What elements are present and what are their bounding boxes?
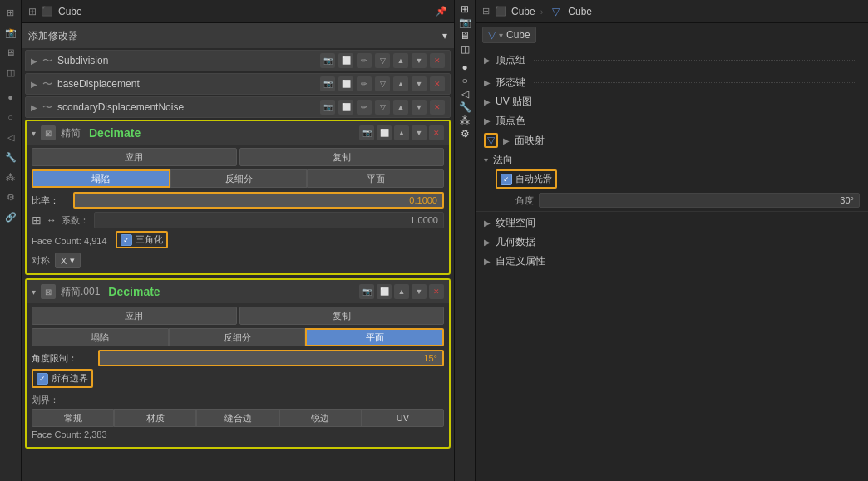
- right-icon-physics[interactable]: ⚙: [461, 128, 470, 140]
- decimate1-mode-unsubdiv[interactable]: 反细分: [170, 169, 308, 188]
- modifier-row-basedisp[interactable]: ▶ 〜 baseDisplacement 📷 ⬜ ✏ ▽ ▲ ▼ ✕: [25, 73, 451, 95]
- decimate2-render-btn[interactable]: ⬜: [377, 284, 392, 299]
- pin-icon[interactable]: 📌: [436, 6, 447, 17]
- decimate2-seam-sharp[interactable]: 锐边: [279, 409, 362, 427]
- toolbar-icon-layout[interactable]: ⊞: [2, 3, 20, 22]
- decimate1-sym-dropdown[interactable]: X ▾: [55, 253, 81, 268]
- mod-down-btn[interactable]: ▼: [412, 53, 427, 68]
- section-shape-keys[interactable]: ▶ 形态键: [476, 73, 868, 92]
- decimate2-up-btn[interactable]: ▲: [394, 284, 409, 299]
- section-texture-space[interactable]: ▶ 纹理空间: [476, 214, 868, 233]
- decimate2-down-btn[interactable]: ▼: [412, 284, 427, 299]
- toolbar-icon-physics[interactable]: ⚙: [2, 188, 20, 206]
- object-selector[interactable]: ▽ ▾ Cube: [482, 27, 536, 43]
- decimate2-apply-btn[interactable]: 应用: [32, 307, 237, 325]
- decimate1-delete-btn[interactable]: ✕: [429, 125, 444, 140]
- mod-delete-btn3[interactable]: ✕: [430, 100, 445, 115]
- decimate1-triangulate-label: 三角化: [136, 233, 163, 246]
- mod-filter-btn2[interactable]: ▽: [375, 76, 390, 91]
- decimate1-mode-planar[interactable]: 平面: [307, 169, 444, 188]
- right-icon-view[interactable]: ◫: [461, 43, 470, 55]
- mod-render-btn2[interactable]: ⬜: [338, 76, 353, 91]
- right-icon-particles[interactable]: ⁂: [460, 115, 470, 126]
- right-icon-modifier[interactable]: 🔧: [459, 101, 471, 113]
- decimate2-seam-normal[interactable]: 常规: [32, 409, 114, 427]
- section-vertex-colors[interactable]: ▶ 顶点色: [476, 111, 868, 130]
- mod-down-btn3[interactable]: ▼: [412, 100, 427, 115]
- decimate2-seam-uv[interactable]: UV: [362, 409, 444, 427]
- mod-edit-btn2[interactable]: ✏: [357, 76, 372, 91]
- mod-camera-btn[interactable]: 📷: [320, 53, 335, 68]
- toolbar-icon-output[interactable]: 🖥: [2, 43, 20, 61]
- toolbar-icon-world[interactable]: ○: [2, 108, 20, 126]
- decimate2-mode-planar[interactable]: 平面: [305, 328, 444, 346]
- decimate2-delete-btn[interactable]: ✕: [429, 284, 444, 299]
- mod-delete-btn2[interactable]: ✕: [430, 76, 445, 91]
- toolbar-icon-render[interactable]: 📸: [2, 23, 20, 42]
- auto-smooth-label: 自动光滑: [515, 173, 552, 185]
- decimate1-triangulate-checkbox[interactable]: ✓: [121, 234, 132, 246]
- mod-arrow-subdivision[interactable]: ▶: [31, 56, 37, 66]
- mod-up-btn2[interactable]: ▲: [393, 76, 408, 91]
- mod-up-btn3[interactable]: ▲: [393, 100, 408, 115]
- normals-header[interactable]: ▾ 法向: [476, 150, 868, 169]
- mod-edit-btn[interactable]: ✏: [357, 53, 372, 68]
- auto-smooth-checkbox[interactable]: ✓: [501, 174, 512, 185]
- toolbar-icon-view-layer[interactable]: ◫: [2, 63, 20, 81]
- toolbar-icon-particles[interactable]: ⁂: [2, 168, 20, 186]
- right-icon-render[interactable]: 📷: [459, 17, 471, 28]
- decimate1-arrow[interactable]: ▾: [32, 129, 36, 138]
- mod-filter-btn[interactable]: ▽: [375, 53, 390, 68]
- right-icon-output[interactable]: 🖥: [460, 30, 470, 42]
- right-icon-world[interactable]: ○: [461, 75, 467, 86]
- mod-render-btn3[interactable]: ⬜: [338, 100, 353, 115]
- section-uv-maps[interactable]: ▶ UV 贴图: [476, 92, 868, 111]
- decimate2-mode-unsubdiv[interactable]: 反细分: [169, 328, 306, 346]
- decimate1-apply-btn[interactable]: 应用: [32, 148, 237, 166]
- face-maps-label: 面映射: [515, 134, 545, 148]
- mod-delete-btn[interactable]: ✕: [430, 53, 445, 68]
- decimate2-camera-btn[interactable]: 📷: [359, 284, 374, 299]
- right-icon-object[interactable]: ◁: [461, 88, 469, 100]
- mod-camera-btn3[interactable]: 📷: [320, 100, 335, 115]
- decimate1-up-btn[interactable]: ▲: [394, 125, 409, 140]
- modifier-row-secdisp[interactable]: ▶ 〜 scondaryDisplacementNoise 📷 ⬜ ✏ ▽ ▲ …: [25, 96, 451, 118]
- decimate2-copy-btn[interactable]: 复制: [239, 307, 445, 325]
- decimate2-seam-seam[interactable]: 缝合边: [196, 409, 279, 427]
- decimate1-render-btn[interactable]: ⬜: [377, 125, 392, 140]
- section-geometry[interactable]: ▶ 几何数据: [476, 233, 868, 252]
- section-custom-props[interactable]: ▶ 自定义属性: [476, 252, 868, 271]
- decimate1-mode-collapse[interactable]: 塌陷: [32, 169, 170, 188]
- decimate2-arrow[interactable]: ▾: [32, 287, 36, 297]
- modifier-row-subdivision[interactable]: ▶ 〜 Subdivision 📷 ⬜ ✏ ▽ ▲ ▼ ✕: [25, 50, 451, 71]
- normals-angle-value[interactable]: 30°: [539, 193, 860, 208]
- section-face-maps[interactable]: ▽ ▶ 面映射: [476, 130, 868, 150]
- texture-space-label: 纹理空间: [496, 216, 535, 230]
- right-icon-scene[interactable]: ●: [461, 61, 467, 73]
- toolbar-icon-constraints[interactable]: 🔗: [2, 208, 20, 226]
- decimate2-boundary-row: ✓ 所有边界: [32, 369, 444, 390]
- section-vertex-group[interactable]: ▶ 顶点组: [476, 51, 868, 70]
- decimate1-coeff-value[interactable]: 1.0000: [94, 212, 444, 228]
- mod-arrow-basedisp[interactable]: ▶: [31, 80, 37, 89]
- toolbar-icon-modifier[interactable]: 🔧: [2, 148, 20, 166]
- mod-render-btn[interactable]: ⬜: [338, 53, 353, 68]
- add-modifier-bar[interactable]: 添加修改器 ▾: [22, 23, 454, 48]
- decimate2-seam-material[interactable]: 材质: [114, 409, 196, 427]
- toolbar-icon-scene[interactable]: ●: [2, 88, 20, 106]
- mod-filter-btn3[interactable]: ▽: [375, 100, 390, 115]
- mod-down-btn2[interactable]: ▼: [412, 76, 427, 91]
- decimate2-angle-input[interactable]: 15°: [98, 350, 444, 366]
- decimate1-copy-btn[interactable]: 复制: [239, 148, 445, 166]
- toolbar-icon-object[interactable]: ◁: [2, 128, 20, 146]
- decimate1-camera-btn[interactable]: 📷: [359, 125, 374, 140]
- mod-up-btn[interactable]: ▲: [393, 53, 408, 68]
- decimate2-boundary-checkbox[interactable]: ✓: [37, 373, 48, 385]
- mod-arrow-secdisp[interactable]: ▶: [31, 103, 37, 112]
- right-icon-layout[interactable]: ⊞: [461, 3, 469, 15]
- decimate2-mode-collapse[interactable]: 塌陷: [32, 328, 169, 346]
- mod-camera-btn2[interactable]: 📷: [320, 76, 335, 91]
- decimate1-down-btn[interactable]: ▼: [412, 125, 427, 140]
- decimate1-ratio-input[interactable]: 0.1000: [73, 192, 444, 209]
- mod-edit-btn3[interactable]: ✏: [357, 100, 372, 115]
